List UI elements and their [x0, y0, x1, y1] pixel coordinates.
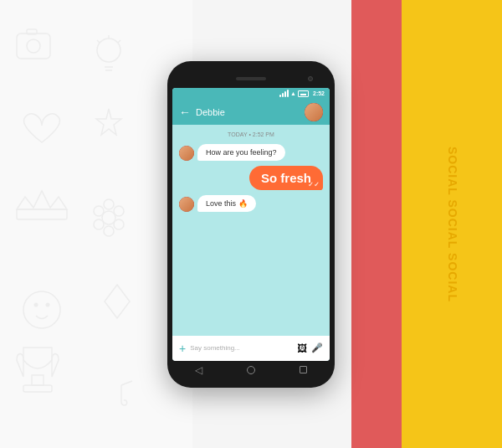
svg-rect-10	[17, 209, 67, 219]
bubble-text-sent: So fresh	[261, 171, 311, 185]
bubble-text-1: How are you feeling?	[206, 148, 277, 157]
signal-bar-2	[282, 93, 284, 97]
phone-speaker	[236, 77, 266, 80]
svg-point-12	[94, 206, 104, 216]
chat-area: TODAY • 2:52 PM How are you feeling? So …	[172, 125, 330, 336]
svg-rect-22	[23, 385, 52, 392]
svg-point-11	[102, 211, 115, 224]
date-divider: TODAY • 2:52 PM	[179, 131, 323, 137]
message-row-sent-1: So fresh ✓✓	[179, 166, 323, 190]
phone-nav-bar: ◁	[172, 361, 330, 379]
phone-camera	[308, 76, 313, 81]
signal-bar-1	[279, 95, 281, 97]
status-time: 2:52	[313, 90, 325, 96]
nav-recent-button[interactable]	[300, 366, 307, 373]
svg-point-1	[27, 39, 40, 53]
phone-frame: ▲ ▬ 2:52 ← Debbie TODAY • 2:52 PM	[167, 61, 335, 388]
message-row-received-1: How are you feeling?	[179, 144, 323, 161]
status-icons: ▲ ▬ 2:52	[279, 90, 325, 97]
svg-point-17	[104, 226, 114, 236]
svg-rect-0	[17, 33, 50, 59]
svg-point-15	[114, 219, 124, 229]
svg-point-19	[34, 303, 38, 307]
mic-button[interactable]: 🎤	[311, 342, 323, 353]
svg-point-20	[46, 303, 50, 307]
bubble-received-2: Love this 🔥	[197, 195, 256, 212]
message-input[interactable]: Say something...	[190, 344, 293, 352]
avatar-image	[305, 103, 323, 121]
phone-mockup: ▲ ▬ 2:52 ← Debbie TODAY • 2:52 PM	[167, 61, 335, 388]
svg-rect-23	[32, 375, 44, 385]
svg-marker-9	[96, 109, 121, 135]
red-panel	[351, 0, 402, 448]
message-avatar-1	[179, 146, 194, 161]
yellow-pattern-text: SOCIAL SOCIAL SOCIAL	[433, 138, 470, 311]
emoji-button[interactable]: 🖼	[297, 342, 307, 354]
svg-point-3	[97, 39, 120, 62]
signal-bar-3	[284, 91, 286, 97]
avatar-face-1	[179, 146, 194, 161]
svg-point-16	[104, 199, 114, 209]
yellow-panel: SOCIAL SOCIAL SOCIAL	[402, 0, 502, 448]
svg-line-8	[97, 40, 100, 43]
svg-marker-21	[105, 285, 130, 318]
plus-button[interactable]: +	[179, 342, 186, 355]
bubble-received-1: How are you feeling?	[197, 144, 285, 161]
bubble-sent-1: So fresh ✓✓	[249, 166, 323, 190]
contact-name: Debbie	[196, 107, 305, 117]
nav-back-button[interactable]: ◁	[195, 364, 202, 376]
app-header: ← Debbie	[172, 100, 330, 125]
contact-avatar-header[interactable]	[305, 103, 323, 121]
nav-home-button[interactable]	[247, 366, 255, 374]
svg-point-14	[94, 219, 104, 229]
battery-icon: ▬	[298, 90, 309, 97]
bubble-text-2: Love this 🔥	[206, 199, 248, 208]
doodle-panel	[0, 0, 192, 448]
status-bar: ▲ ▬ 2:52	[172, 88, 330, 100]
wifi-icon: ▲	[290, 90, 296, 96]
signal-icon	[279, 90, 289, 97]
signal-bar-4	[287, 90, 289, 97]
message-avatar-2	[179, 197, 194, 212]
svg-line-24	[121, 381, 132, 385]
yellow-pattern: SOCIAL SOCIAL SOCIAL	[402, 0, 502, 448]
back-button[interactable]: ←	[179, 106, 191, 119]
check-icon: ✓✓	[308, 181, 320, 188]
input-bar: + Say something... 🖼 🎤	[172, 336, 330, 361]
message-row-received-2: Love this 🔥	[179, 195, 323, 212]
avatar-face-2	[179, 197, 194, 212]
svg-point-18	[23, 291, 60, 328]
phone-top-bar	[172, 71, 330, 86]
phone-screen: ▲ ▬ 2:52 ← Debbie TODAY • 2:52 PM	[172, 88, 330, 361]
svg-line-7	[118, 40, 120, 43]
svg-point-13	[114, 206, 124, 216]
